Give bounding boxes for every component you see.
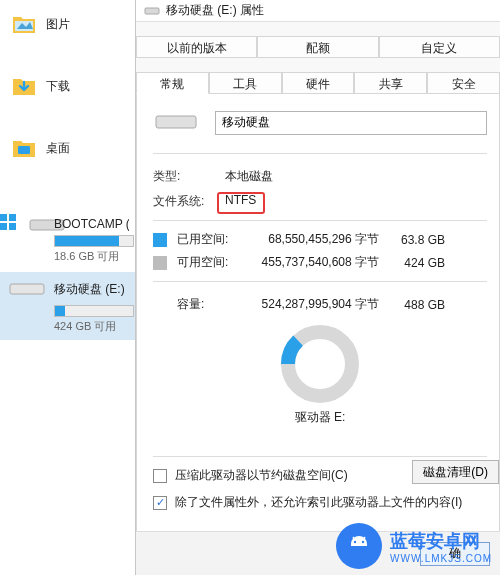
checkbox-checked-icon[interactable]: ✓ — [153, 496, 167, 510]
used-label: 已用空间: — [177, 231, 239, 248]
watermark-text: 蓝莓安卓网 — [390, 529, 492, 553]
sidebar-item-label: 桌面 — [46, 140, 70, 157]
sidebar-item-label: 图片 — [46, 16, 70, 33]
drive-usage-bar — [54, 305, 134, 317]
capacity-row: 容量: 524,287,995,904 字节 488 GB — [153, 296, 487, 313]
tab-body-general: 类型: 本地磁盘 文件系统: NTFS 已用空间: 68,550,455,296… — [136, 94, 500, 574]
compress-label: 压缩此驱动器以节约磁盘空间(C) — [175, 467, 348, 484]
used-space-row: 已用空间: 68,550,455,296 字节 63.8 GB — [153, 231, 487, 248]
drive-usage-fill — [55, 306, 65, 316]
free-swatch-icon — [153, 256, 167, 270]
pictures-folder-icon — [12, 13, 36, 35]
tab-hardware[interactable]: 硬件 — [282, 72, 355, 94]
tab-customize[interactable]: 自定义 — [379, 36, 500, 58]
sidebar-drive-bootcamp[interactable]: BOOTCAMP ( 18.6 GB 可用 — [0, 208, 135, 270]
free-human: 424 GB — [379, 256, 445, 270]
properties-dialog: 移动硬盘 (E:) 属性 以前的版本 配额 自定义 常规 工具 硬件 共享 安全… — [135, 0, 500, 575]
watermark: 蓝莓安卓网 WWW.LMKJS.COM — [336, 523, 492, 569]
drive-big-icon — [153, 108, 199, 137]
sidebar-item-pictures[interactable]: 图片 — [0, 8, 135, 40]
tab-security[interactable]: 安全 — [427, 72, 500, 94]
sidebar-item-label: 下载 — [46, 78, 70, 95]
separator — [153, 153, 487, 154]
separator — [153, 220, 487, 221]
svg-rect-4 — [9, 214, 16, 221]
drive-subtext: 424 GB 可用 — [54, 319, 129, 334]
capacity-label: 容量: — [177, 296, 239, 313]
type-value: 本地磁盘 — [225, 168, 273, 185]
svg-rect-8 — [10, 284, 44, 294]
dialog-title: 移动硬盘 (E:) 属性 — [166, 2, 264, 19]
sidebar-item-downloads[interactable]: 下载 — [0, 70, 135, 102]
downloads-folder-icon — [12, 75, 36, 97]
tabs-row-bottom: 常规 工具 硬件 共享 安全 — [136, 72, 500, 94]
type-label: 类型: — [153, 168, 225, 185]
tab-quota[interactable]: 配额 — [257, 36, 378, 58]
type-row: 类型: 本地磁盘 — [153, 168, 487, 185]
used-swatch-icon — [153, 233, 167, 247]
checkbox-unchecked-icon[interactable] — [153, 469, 167, 483]
dialog-titlebar: 移动硬盘 (E:) 属性 — [136, 0, 500, 22]
svg-rect-10 — [156, 116, 196, 128]
sidebar-drive-removable[interactable]: 移动硬盘 (E:) 424 GB 可用 — [0, 272, 135, 340]
drive-name-row — [153, 108, 487, 137]
tabs-row-top: 以前的版本 配额 自定义 — [136, 36, 500, 58]
drive-subtext: 18.6 GB 可用 — [54, 249, 129, 264]
drive-usage-fill — [55, 236, 119, 246]
separator — [153, 281, 487, 282]
tab-tools[interactable]: 工具 — [209, 72, 282, 94]
svg-rect-5 — [0, 223, 7, 230]
android-icon — [336, 523, 382, 569]
tab-general[interactable]: 常规 — [136, 72, 209, 94]
explorer-sidebar: 图片 下载 桌面 BOOTCAMP ( — [0, 0, 135, 575]
svg-rect-6 — [9, 223, 16, 230]
drive-icon — [8, 278, 46, 301]
svg-point-13 — [354, 541, 356, 543]
tab-previous-versions[interactable]: 以前的版本 — [136, 36, 257, 58]
capacity-human: 488 GB — [379, 298, 445, 312]
svg-rect-9 — [145, 8, 159, 14]
desktop-folder-icon — [12, 137, 36, 159]
windows-logo-icon — [0, 214, 16, 230]
used-human: 63.8 GB — [379, 233, 445, 247]
used-bytes: 68,550,455,296 字节 — [239, 231, 379, 248]
disk-cleanup-button[interactable]: 磁盘清理(D) — [412, 460, 499, 484]
svg-point-14 — [362, 541, 364, 543]
sidebar-item-desktop[interactable]: 桌面 — [0, 132, 135, 164]
free-space-row: 可用空间: 455,737,540,608 字节 424 GB — [153, 254, 487, 271]
filesystem-row: 文件系统: NTFS — [153, 193, 487, 210]
drive-usage-bar — [54, 235, 134, 247]
free-bytes: 455,737,540,608 字节 — [239, 254, 379, 271]
watermark-subtext: WWW.LMKJS.COM — [390, 553, 492, 564]
drive-letter-label: 驱动器 E: — [153, 409, 487, 426]
usage-donut-chart — [153, 321, 487, 407]
separator — [153, 456, 487, 457]
filesystem-label: 文件系统: — [153, 193, 225, 210]
filesystem-value: NTFS — [225, 193, 256, 210]
svg-rect-2 — [18, 146, 30, 154]
index-checkbox-row[interactable]: ✓ 除了文件属性外，还允许索引此驱动器上文件的内容(I) — [153, 494, 487, 511]
drive-title: BOOTCAMP ( — [54, 217, 129, 231]
drive-title: 移动硬盘 (E:) — [54, 281, 125, 298]
drive-icon — [144, 5, 160, 17]
tab-sharing[interactable]: 共享 — [354, 72, 427, 94]
svg-rect-3 — [0, 214, 7, 221]
capacity-bytes: 524,287,995,904 字节 — [239, 296, 379, 313]
index-label: 除了文件属性外，还允许索引此驱动器上文件的内容(I) — [175, 494, 462, 511]
drive-name-input[interactable] — [215, 111, 487, 135]
watermark-text-wrap: 蓝莓安卓网 WWW.LMKJS.COM — [390, 529, 492, 564]
free-label: 可用空间: — [177, 254, 239, 271]
